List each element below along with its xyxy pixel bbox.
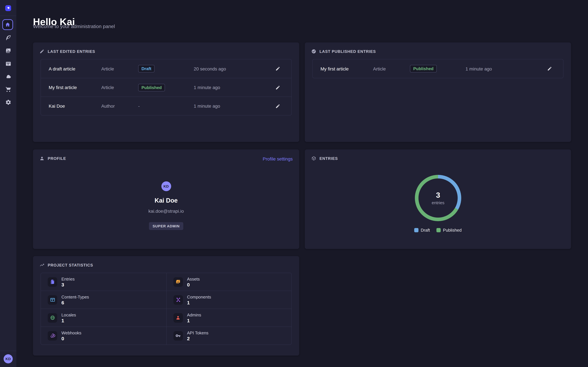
key-icon bbox=[173, 331, 183, 340]
webhook-icon bbox=[48, 331, 57, 340]
entry-name: My first article bbox=[49, 85, 101, 90]
page-subtitle: Welcome to your administration panel bbox=[33, 24, 115, 29]
published-swatch bbox=[436, 228, 441, 232]
feather-icon bbox=[5, 34, 11, 41]
edit-entry-button[interactable] bbox=[546, 66, 553, 72]
profile-email: kai.doe@strapi.io bbox=[148, 209, 184, 214]
legend-item-draft: Draft bbox=[414, 228, 430, 233]
home-icon bbox=[5, 22, 10, 27]
edit-entry-button[interactable] bbox=[275, 84, 281, 91]
entry-row[interactable]: My first article Article Published 1 min… bbox=[313, 59, 563, 78]
cart-icon bbox=[5, 86, 11, 92]
media-gallery-icon bbox=[5, 48, 11, 54]
sidebar-divider-top bbox=[0, 16, 16, 16]
entry-type: Article bbox=[101, 85, 138, 90]
legend-item-published: Published bbox=[436, 228, 462, 233]
gear-icon bbox=[5, 99, 11, 105]
entries-doughnut-chart: 3 entries bbox=[415, 175, 461, 221]
stat-webhooks: Webhooks0 bbox=[41, 327, 166, 344]
pictures-icon bbox=[173, 277, 183, 287]
stat-components: Components1 bbox=[166, 291, 291, 309]
pencil-icon bbox=[275, 85, 280, 90]
entry-type: Author bbox=[101, 103, 138, 109]
entry-name: A draft article bbox=[49, 66, 101, 71]
edit-entry-button[interactable] bbox=[275, 103, 281, 109]
sidebar-item-media-library[interactable] bbox=[5, 47, 11, 54]
sidebar-item-deploy[interactable] bbox=[5, 73, 11, 80]
card-header: LAST EDITED ENTRIES bbox=[40, 49, 95, 54]
card-header: LAST PUBLISHED ENTRIES bbox=[311, 49, 376, 54]
last-published-entries-card: LAST PUBLISHED ENTRIES My first article … bbox=[305, 42, 571, 142]
profile-body: KD Kai Doe kai.doe@strapi.io SUPER ADMIN bbox=[33, 150, 299, 249]
status-badge: Published bbox=[410, 65, 437, 72]
trending-up-icon bbox=[40, 263, 44, 267]
cloud-icon bbox=[5, 73, 11, 79]
chart-legend: Draft Published bbox=[305, 228, 571, 233]
window-layout-icon bbox=[48, 295, 57, 305]
globe-icon bbox=[48, 313, 57, 323]
entry-row[interactable]: My first article Article Published 1 min… bbox=[41, 78, 291, 97]
stat-admins: Admins1 bbox=[166, 309, 291, 326]
pencil-icon bbox=[547, 66, 552, 71]
pencil-icon bbox=[275, 104, 280, 108]
sidebar-item-content-type-builder[interactable] bbox=[5, 60, 11, 67]
pencil-icon bbox=[40, 49, 44, 54]
nodes-icon bbox=[173, 295, 183, 305]
entry-name: My first article bbox=[320, 66, 373, 71]
status-empty: - bbox=[138, 103, 140, 109]
last-published-table: My first article Article Published 1 min… bbox=[312, 59, 563, 78]
status-badge: Published bbox=[138, 84, 165, 91]
stat-assets: Assets0 bbox=[166, 273, 291, 291]
stat-locales: Locales1 bbox=[41, 309, 166, 326]
sidebar-item-settings[interactable] bbox=[5, 99, 11, 105]
entry-type: Article bbox=[373, 66, 410, 71]
entries-count-label: entries bbox=[432, 200, 444, 205]
status-badge: Draft bbox=[138, 65, 155, 72]
stat-entries: Entries3 bbox=[41, 273, 166, 291]
card-title: PROJECT STATISTICS bbox=[48, 263, 93, 267]
stat-api-tokens: API Tokens2 bbox=[166, 327, 291, 344]
strapi-admin-dashboard: KD Hello Kai Welcome to your administrat… bbox=[0, 0, 588, 367]
entries-count: 3 bbox=[436, 191, 440, 200]
entry-row[interactable]: A draft article Article Draft 20 seconds… bbox=[41, 59, 291, 78]
card-title: LAST EDITED ENTRIES bbox=[48, 49, 95, 54]
entry-updated: 20 seconds ago bbox=[194, 66, 261, 71]
sidebar: KD bbox=[0, 0, 16, 367]
user-avatar[interactable]: KD bbox=[4, 354, 13, 363]
last-edited-table: A draft article Article Draft 20 seconds… bbox=[41, 59, 292, 116]
avatar: KD bbox=[161, 181, 171, 191]
doughnut-center: 3 entries bbox=[415, 175, 461, 221]
document-icon bbox=[48, 277, 57, 287]
entries-chart-card: ENTRIES 3 entries Draft Published bbox=[305, 150, 571, 249]
sidebar-item-marketplace[interactable] bbox=[5, 86, 11, 92]
profile-name: Kai Doe bbox=[155, 197, 178, 204]
entry-name: Kai Doe bbox=[49, 103, 101, 109]
stats-table: Entries3 Assets0 Content-Types6 Componen… bbox=[41, 273, 292, 345]
card-header: ENTRIES bbox=[311, 156, 338, 161]
entry-updated: 1 minute ago bbox=[466, 66, 532, 71]
profile-card: PROFILE Profile settings KD Kai Doe kai.… bbox=[33, 150, 299, 249]
entry-updated: 1 minute ago bbox=[194, 103, 261, 109]
user-icon bbox=[173, 313, 183, 323]
role-badge: SUPER ADMIN bbox=[149, 222, 183, 230]
card-title: LAST PUBLISHED ENTRIES bbox=[320, 49, 376, 54]
stat-content-types: Content-Types6 bbox=[41, 291, 166, 309]
card-title: ENTRIES bbox=[320, 156, 338, 161]
project-statistics-card: PROJECT STATISTICS Entries3 Assets0 Cont… bbox=[33, 256, 299, 356]
sidebar-divider-bottom bbox=[0, 351, 16, 351]
edit-entry-button[interactable] bbox=[275, 66, 281, 72]
sidebar-item-content-manager[interactable] bbox=[5, 34, 11, 41]
entry-type: Article bbox=[101, 66, 138, 71]
cube-icon bbox=[311, 156, 316, 161]
pencil-icon bbox=[275, 66, 280, 71]
check-circle-icon bbox=[311, 49, 316, 54]
entry-updated: 1 minute ago bbox=[194, 85, 261, 90]
sidebar-item-home[interactable] bbox=[2, 19, 13, 30]
entry-row[interactable]: Kai Doe Author - 1 minute ago bbox=[41, 97, 291, 115]
layout-icon bbox=[5, 60, 11, 67]
card-header: PROJECT STATISTICS bbox=[40, 263, 93, 267]
last-edited-entries-card: LAST EDITED ENTRIES A draft article Arti… bbox=[33, 42, 299, 142]
strapi-logo[interactable] bbox=[5, 5, 11, 11]
draft-swatch bbox=[414, 228, 418, 232]
